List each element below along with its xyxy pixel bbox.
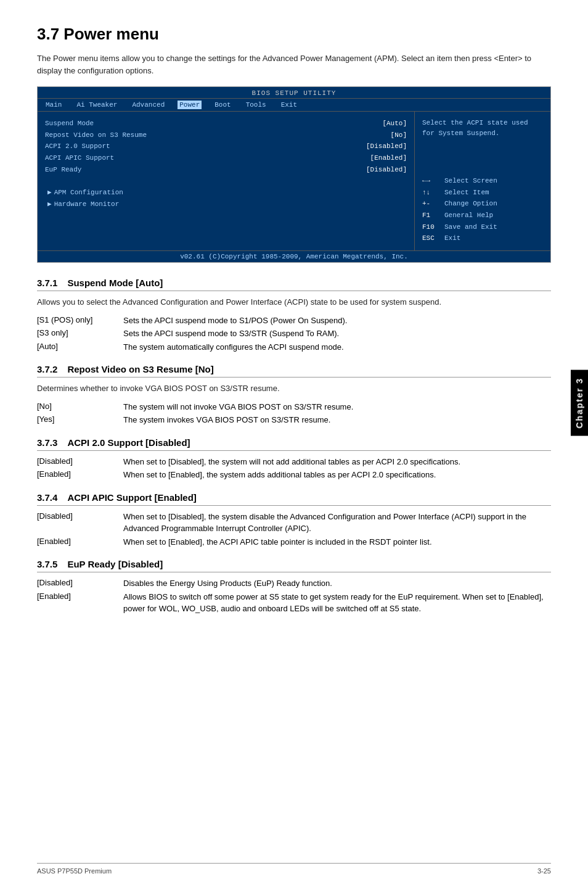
- menu-label-acpiapic: ACPI APIC Support: [45, 152, 114, 164]
- menu-acpi20[interactable]: ACPI 2.0 Support [Disabled]: [45, 141, 407, 152]
- chapter-tab: Chapter 3: [571, 370, 588, 436]
- option-row-374-disabled: [Disabled] When set to [Disabled], the s…: [37, 511, 551, 535]
- nav-main[interactable]: Main: [44, 101, 63, 109]
- key-desc-help: General Help: [444, 210, 493, 221]
- option-row-375-disabled: [Disabled] Disables the Energy Using Pro…: [37, 577, 551, 590]
- option-val-yes: The system invokes VGA BIOS POST on S3/S…: [123, 414, 551, 426]
- key-desc-item: Select Item: [444, 187, 489, 199]
- key-desc-screen: Select Screen: [444, 175, 497, 187]
- options-374: [Disabled] When set to [Disabled], the s…: [37, 511, 551, 548]
- nav-exit[interactable]: Exit: [279, 101, 299, 109]
- option-val-375-disabled: Disables the Energy Using Products (EuP)…: [123, 577, 551, 590]
- menu-label-repost: Repost Video on S3 Resume: [45, 130, 147, 141]
- option-row-auto: [Auto] The system automatically configur…: [37, 341, 551, 353]
- nav-power[interactable]: Power: [178, 101, 202, 109]
- section-num-371: 3.7.1: [37, 278, 57, 288]
- nav-advanced[interactable]: Advanced: [130, 101, 166, 109]
- key-desc-change: Change Option: [444, 198, 497, 210]
- option-key-375-enabled: [Enabled]: [37, 591, 123, 615]
- key-arrows: ←→: [422, 175, 441, 187]
- key-row-select-item: ↑↓ Select Item: [422, 187, 543, 199]
- section-body-371: Allows you to select the Advanced Config…: [37, 296, 551, 308]
- option-key-auto: [Auto]: [37, 341, 123, 353]
- option-row-374-enabled: [Enabled] When set to [Enabled], the ACP…: [37, 536, 551, 548]
- footer-right: 3-25: [537, 867, 551, 875]
- key-ud: ↑↓: [422, 187, 441, 199]
- menu-label-eup: EuP Ready: [45, 164, 81, 176]
- nav-tools[interactable]: Tools: [244, 101, 268, 109]
- intro-text: The Power menu items allow you to change…: [37, 52, 551, 76]
- option-val-374-disabled: When set to [Disabled], the system disab…: [123, 511, 551, 535]
- section-num-374: 3.7.4: [37, 492, 57, 503]
- nav-boot[interactable]: Boot: [213, 101, 232, 109]
- menu-apm-config[interactable]: ▶ APM Configuration: [45, 187, 407, 199]
- menu-repost-video[interactable]: Repost Video on S3 Resume [No]: [45, 130, 407, 141]
- menu-value-repost: [No]: [391, 130, 407, 141]
- section-body-372: Determines whether to invoke VGA BIOS PO…: [37, 382, 551, 395]
- option-val-s3: Sets the APCI suspend mode to S3/STR (Su…: [123, 328, 551, 340]
- option-val-373-disabled: When set to [Disabled], the system will …: [123, 456, 551, 468]
- options-372: [No] The system will not invoke VGA BIOS…: [37, 401, 551, 426]
- option-row-yes: [Yes] The system invokes VGA BIOS POST o…: [37, 414, 551, 426]
- option-row-373-enabled: [Enabled] When set to [Enabled], the sys…: [37, 469, 551, 481]
- option-row-s1: [S1 (POS) only] Sets the APCI suspend mo…: [37, 315, 551, 327]
- key-help: ←→ Select Screen ↑↓ Select Item +- Chang…: [422, 175, 543, 244]
- option-key-373-disabled: [Disabled]: [37, 456, 123, 468]
- section-header-372: 3.7.2 Repost Video on S3 Resume [No]: [37, 364, 551, 377]
- option-key-374-disabled: [Disabled]: [37, 511, 123, 535]
- arrow-icon-hwmon: ▶: [47, 199, 52, 210]
- option-val-auto: The system automatically configures the …: [123, 341, 551, 353]
- options-373: [Disabled] When set to [Disabled], the s…: [37, 456, 551, 481]
- section-title-373: ACPI 2.0 Support [Disabled]: [67, 437, 190, 448]
- key-plusminus: +-: [422, 198, 441, 210]
- nav-aitweaker[interactable]: Ai Tweaker: [75, 101, 119, 109]
- menu-value-eup: [Disabled]: [366, 164, 407, 176]
- bios-menu-panel: Suspend Mode [Auto] Repost Video on S3 R…: [38, 112, 415, 250]
- section-title-374: ACPI APIC Support [Enabled]: [67, 492, 196, 503]
- option-row-373-disabled: [Disabled] When set to [Disabled], the s…: [37, 456, 551, 468]
- label-hardware-monitor: Hardware Monitor: [54, 199, 120, 210]
- option-val-373-enabled: When set to [Enabled], the system adds a…: [123, 469, 551, 481]
- key-desc-save: Save and Exit: [444, 221, 497, 233]
- option-key-no: [No]: [37, 401, 123, 413]
- page-footer: ASUS P7P55D Premium 3-25: [37, 863, 551, 875]
- option-key-373-enabled: [Enabled]: [37, 469, 123, 481]
- bios-footer: v02.61 (C)Copyright 1985-2009, American …: [38, 250, 550, 262]
- section-num-375: 3.7.5: [37, 559, 57, 569]
- page-title: 3.7 Power menu: [37, 25, 551, 44]
- key-row-select-screen: ←→ Select Screen: [422, 175, 543, 187]
- bios-setup-box: BIOS SETUP UTILITY Main Ai Tweaker Advan…: [37, 86, 551, 263]
- option-key-374-enabled: [Enabled]: [37, 536, 123, 548]
- option-key-yes: [Yes]: [37, 414, 123, 426]
- section-header-374: 3.7.4 ACPI APIC Support [Enabled]: [37, 492, 551, 506]
- bios-help-panel: Select the ACPI state used for System Su…: [415, 112, 550, 250]
- option-row-375-enabled: [Enabled] Allows BIOS to switch off some…: [37, 591, 551, 615]
- menu-value-acpiapic: [Enabled]: [370, 152, 407, 164]
- bios-body: Suspend Mode [Auto] Repost Video on S3 R…: [38, 112, 550, 250]
- section-num-373: 3.7.3: [37, 437, 57, 448]
- key-esc: ESC: [422, 233, 441, 244]
- menu-suspend-mode[interactable]: Suspend Mode [Auto]: [45, 118, 407, 130]
- key-row-esc: ESC Exit: [422, 233, 543, 244]
- option-val-374-enabled: When set to [Enabled], the ACPI APIC tab…: [123, 536, 551, 548]
- menu-value-acpi20: [Disabled]: [366, 141, 407, 152]
- menu-hardware-monitor[interactable]: ▶ Hardware Monitor: [45, 199, 407, 210]
- option-val-no: The system will not invoke VGA BIOS POST…: [123, 401, 551, 413]
- option-row-s3: [S3 only] Sets the APCI suspend mode to …: [37, 328, 551, 340]
- option-key-s1: [S1 (POS) only]: [37, 315, 123, 327]
- option-key-s3: [S3 only]: [37, 328, 123, 340]
- section-header-373: 3.7.3 ACPI 2.0 Support [Disabled]: [37, 437, 551, 451]
- footer-left: ASUS P7P55D Premium: [37, 867, 112, 875]
- key-f1: F1: [422, 210, 441, 221]
- arrow-icon-apm: ▶: [47, 187, 52, 199]
- menu-acpiapic[interactable]: ACPI APIC Support [Enabled]: [45, 152, 407, 164]
- bios-nav: Main Ai Tweaker Advanced Power Boot Tool…: [38, 99, 550, 112]
- key-desc-exit: Exit: [444, 233, 460, 244]
- section-header-371: 3.7.1 Suspend Mode [Auto]: [37, 278, 551, 291]
- section-title-372: Repost Video on S3 Resume [No]: [67, 364, 213, 374]
- menu-label-acpi20: ACPI 2.0 Support: [45, 141, 110, 152]
- option-val-s1: Sets the APCI suspend mode to S1/POS (Po…: [123, 315, 551, 327]
- options-375: [Disabled] Disables the Energy Using Pro…: [37, 577, 551, 615]
- menu-eupready[interactable]: EuP Ready [Disabled]: [45, 164, 407, 176]
- option-key-375-disabled: [Disabled]: [37, 577, 123, 590]
